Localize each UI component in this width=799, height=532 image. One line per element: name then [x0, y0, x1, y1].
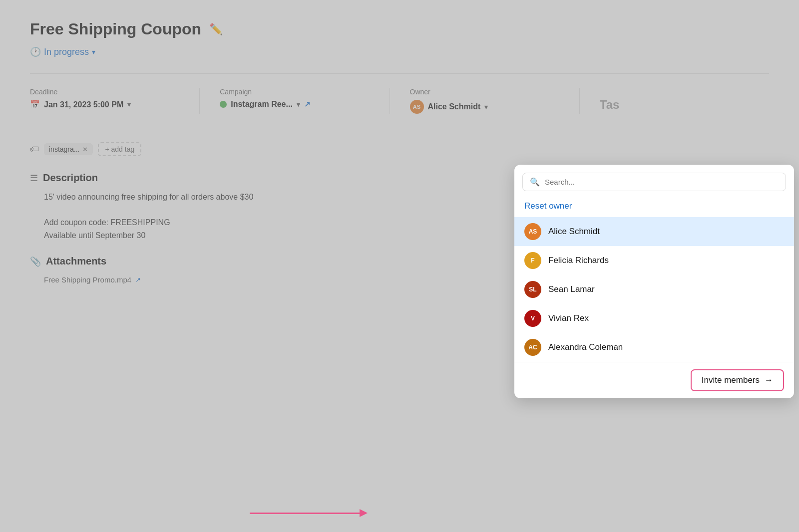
member-name: Sean Lamar: [548, 284, 595, 294]
member-avatar: AC: [524, 339, 541, 356]
status-label: In progress: [44, 47, 89, 57]
status-row: 🕐 In progress ▾: [30, 46, 769, 57]
reset-owner-button[interactable]: Reset owner: [514, 195, 794, 217]
owner-dropdown: 🔍 Reset owner AS Alice Schmidt F Felicia…: [514, 165, 794, 398]
status-badge[interactable]: 🕐 In progress ▾: [30, 46, 95, 57]
description-title: Description: [43, 172, 98, 184]
member-name: Vivian Rex: [548, 313, 589, 323]
member-list: AS Alice Schmidt F Felicia Richards SL S…: [514, 217, 794, 362]
search-box: 🔍: [522, 173, 786, 191]
deadline-field: Deadline 📅 Jan 31, 2023 5:00 PM ▾: [30, 88, 200, 114]
campaign-label: Campaign: [220, 88, 369, 96]
description-list-icon: ☰: [30, 173, 38, 184]
search-box-wrapper: 🔍: [514, 165, 794, 195]
fields-row: Deadline 📅 Jan 31, 2023 5:00 PM ▾ Campai…: [30, 88, 769, 128]
tag-chip: instagra... ✕: [44, 143, 93, 155]
paperclip-icon: 📎: [30, 256, 41, 267]
attachment-link-icon[interactable]: ↗: [135, 275, 141, 285]
owner-value[interactable]: AS Alice Schmidt ▾: [410, 100, 559, 114]
member-avatar: AS: [524, 223, 541, 240]
external-link-icon[interactable]: ↗: [304, 100, 311, 109]
status-clock-icon: 🕐: [30, 46, 41, 57]
page-title-row: Free Shipping Coupon ✏️: [30, 20, 769, 38]
campaign-field: Campaign Instagram Ree... ▾ ↗: [220, 88, 390, 114]
campaign-value[interactable]: Instagram Ree... ▾ ↗: [220, 100, 369, 109]
tag-remove-icon[interactable]: ✕: [82, 146, 88, 153]
tasks-field: Tas: [600, 88, 769, 114]
invite-members-label: Invite members: [702, 375, 760, 385]
member-name: Alice Schmidt: [548, 227, 600, 237]
attachment-name[interactable]: Free Shipping Promo.mp4: [44, 274, 131, 286]
member-item[interactable]: V Vivian Rex: [514, 304, 794, 333]
deadline-label: Deadline: [30, 88, 179, 96]
deadline-value[interactable]: 📅 Jan 31, 2023 5:00 PM ▾: [30, 100, 179, 109]
campaign-text: Instagram Ree...: [231, 100, 293, 109]
member-name: Felicia Richards: [548, 256, 609, 266]
invite-members-box[interactable]: Invite members →: [691, 369, 784, 391]
deadline-text: Jan 31, 2023 5:00 PM: [44, 100, 123, 109]
member-item[interactable]: AS Alice Schmidt: [514, 217, 794, 246]
attachments-title: Attachments: [46, 256, 106, 267]
member-item[interactable]: F Felicia Richards: [514, 246, 794, 275]
page-title: Free Shipping Coupon: [30, 20, 201, 38]
member-item[interactable]: AC Alexandra Coleman: [514, 333, 794, 362]
arrow-line: [250, 513, 360, 514]
campaign-chevron-icon: ▾: [297, 101, 300, 108]
tag-label: instagra...: [49, 145, 79, 153]
member-avatar: SL: [524, 281, 541, 298]
add-tag-button[interactable]: + add tag: [98, 142, 141, 156]
invite-arrow-icon: →: [765, 375, 773, 385]
status-chevron-icon: ▾: [92, 48, 95, 56]
arrow-head-icon: [360, 509, 368, 517]
search-icon: 🔍: [530, 177, 540, 187]
owner-chevron-icon: ▾: [484, 103, 488, 111]
member-item[interactable]: SL Sean Lamar: [514, 275, 794, 304]
invite-members-row[interactable]: Invite members →: [514, 362, 794, 398]
edit-icon[interactable]: ✏️: [209, 23, 223, 36]
divider: [30, 73, 769, 74]
owner-avatar: AS: [410, 100, 424, 114]
member-avatar: F: [524, 252, 541, 269]
owner-name: Alice Schmidt: [428, 102, 481, 111]
owner-label: Owner: [410, 88, 559, 96]
tag-icon: 🏷: [30, 144, 39, 155]
calendar-icon: 📅: [30, 100, 40, 109]
owner-field: Owner AS Alice Schmidt ▾: [410, 88, 580, 114]
member-name: Alexandra Coleman: [548, 342, 623, 352]
search-input[interactable]: [545, 178, 779, 186]
member-avatar: V: [524, 310, 541, 327]
tags-row: 🏷 instagra... ✕ + add tag: [30, 142, 769, 156]
tasks-partial-label: Tas: [600, 98, 620, 112]
deadline-chevron-icon: ▾: [127, 101, 131, 108]
campaign-dot-icon: [220, 101, 227, 108]
arrow-annotation: [250, 509, 368, 517]
